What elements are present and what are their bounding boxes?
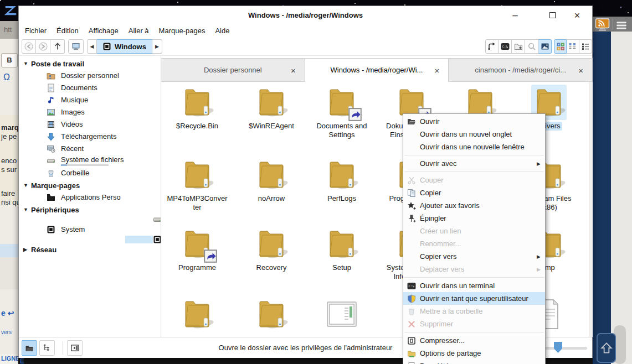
file-item[interactable]: Documents and Settings	[309, 85, 375, 139]
compact-view-button[interactable]	[567, 39, 579, 54]
sidebar-item[interactable]: Applications Perso	[19, 191, 161, 204]
close-button[interactable]: ×	[568, 6, 586, 25]
tab[interactable]: Dossier personnel ×	[161, 58, 305, 82]
sidebar-item[interactable]: Dossier personnel	[19, 70, 161, 82]
minimize-button[interactable]: –	[506, 6, 524, 25]
menubar-item[interactable]: Aller à	[124, 25, 154, 37]
search-button[interactable]	[525, 39, 538, 54]
file-item[interactable]: noArrow	[238, 157, 305, 203]
tab[interactable]: Windows - /media/roger/Wi... ×	[305, 58, 449, 82]
sidebar-item[interactable]: Récent	[19, 143, 161, 155]
rss-screen-icon[interactable]	[595, 18, 610, 32]
tab-close-icon[interactable]: ×	[435, 65, 440, 75]
context-menu-item[interactable]: Copier	[403, 186, 545, 199]
file-item[interactable]: Setup	[309, 226, 375, 272]
expander-icon[interactable]: ▶	[23, 247, 31, 252]
tab-close-icon[interactable]: ×	[578, 65, 583, 75]
file-item[interactable]	[164, 297, 230, 337]
zoom-slider[interactable]	[545, 347, 587, 350]
file-item[interactable]	[238, 297, 305, 337]
new-folder-button[interactable]	[512, 39, 525, 54]
computer-button[interactable]	[68, 39, 84, 54]
sidebar-section-header[interactable]: ▼ Marque-pages	[19, 179, 161, 191]
context-menu-item[interactable]: Ouvrir dans un nouvel onglet	[403, 128, 545, 141]
hamburger-menu-icon[interactable]	[616, 20, 627, 31]
context-menu-item[interactable]: Ajouter aux favoris	[403, 199, 545, 212]
context-menu-item[interactable]: Ouvrir en tant que superutilisateur	[403, 292, 545, 305]
context-menu-item[interactable]: Ouvrir dans une nouvelle fenêtre	[403, 141, 545, 153]
tab[interactable]: cinamoon - /media/roger/ci... ×	[449, 58, 593, 82]
file-item[interactable]: Programme	[164, 226, 230, 272]
bold-button[interactable]: B	[1, 53, 18, 67]
sidebar-item[interactable]: Vidéos	[19, 118, 161, 131]
sidebar-item[interactable]: Téléchargements	[19, 131, 161, 143]
file-item[interactable]: PerfLogs	[309, 157, 375, 203]
forward-button[interactable]	[36, 39, 50, 54]
context-menu-item[interactable]: Épingler	[403, 212, 545, 225]
context-menu-item[interactable]: Ouvrir	[403, 115, 545, 128]
context-menu-item[interactable]: Options de partage	[403, 347, 545, 360]
menubar-item[interactable]: Aide	[210, 25, 234, 37]
menubar-item[interactable]: Édition	[52, 25, 84, 37]
context-menu-item[interactable]: Propriétés	[403, 360, 545, 364]
sidebar-item[interactable]: System	[19, 223, 161, 236]
context-menu-item[interactable]: Mettre à la corbeille	[403, 305, 545, 318]
breadcrumb-left-arrow[interactable]: ◀	[87, 39, 97, 54]
sidebar-section-header[interactable]: ▼ Poste de travail	[19, 58, 161, 70]
maximize-button[interactable]	[543, 6, 561, 25]
expander-icon[interactable]: ▼	[23, 183, 31, 188]
toggle-sidebar-button[interactable]	[67, 340, 83, 356]
background-link-fragment[interactable]: vers	[1, 329, 12, 335]
context-menu-item-label: Ouvrir en tant que superutilisateur	[420, 294, 528, 303]
sidebar-item[interactable]: Système de fichiers	[19, 155, 161, 167]
context-menu-item[interactable]: Déplacer vers ▶	[403, 263, 545, 275]
jump-to-location-button[interactable]	[485, 39, 499, 54]
sidebar-item[interactable]: Corbeille	[19, 167, 161, 179]
menubar-item[interactable]: Affichage	[84, 25, 124, 37]
desktop-logo-icon[interactable]	[3, 3, 18, 18]
expander-icon[interactable]: ▼	[23, 61, 31, 66]
menubar-item[interactable]: Fichier	[20, 25, 52, 37]
show-thumbnails-button[interactable]	[538, 39, 552, 54]
icon-view-button[interactable]	[554, 39, 567, 54]
context-menu-item[interactable]: Renommer...	[403, 237, 545, 250]
context-menu-item[interactable]: Couper	[403, 174, 545, 186]
breadcrumb-windows[interactable]: Windows	[97, 39, 152, 54]
context-menu-item[interactable]: Ouvrir dans un terminal	[403, 279, 545, 292]
context-menu-item[interactable]: Supprimer	[403, 318, 545, 330]
sidebar-section-header[interactable]: ▶ Réseau	[19, 243, 161, 256]
open-terminal-button[interactable]	[499, 39, 512, 54]
sidebar-item[interactable]: cinamoon	[125, 216, 153, 223]
file-item[interactable]: MP4ToMP3Converter	[164, 157, 230, 212]
sidebar-item[interactable]: Windows	[125, 236, 153, 243]
sidebar-item[interactable]: Documents	[19, 82, 161, 94]
show-treeview-button[interactable]	[39, 340, 55, 356]
scroll-to-top-button[interactable]	[597, 333, 616, 363]
context-menu-item[interactable]: Compresser...	[403, 334, 545, 347]
up-button[interactable]	[50, 39, 65, 54]
background-link-fragment[interactable]: e ↩	[1, 309, 14, 318]
list-view-button[interactable]	[579, 39, 592, 54]
file-item[interactable]: $WinREAgent	[238, 85, 305, 131]
background-url-bar[interactable]: htt	[0, 21, 18, 39]
back-button[interactable]	[22, 39, 36, 54]
title-bar[interactable]: Windows - /media/roger/Windows – ×	[19, 6, 592, 25]
context-menu-item[interactable]: Copier vers ▶	[403, 250, 545, 263]
sidebar-section-header[interactable]: ▼ Périphériques	[19, 204, 161, 216]
file-item[interactable]: $Recycle.Bin	[164, 85, 230, 131]
file-pane-scrollbar[interactable]	[589, 82, 593, 337]
context-menu-item[interactable]: Ouvrir avec ▶	[403, 157, 545, 170]
expander-icon[interactable]: ▼	[23, 207, 31, 212]
sidebar-item[interactable]: Images	[19, 106, 161, 118]
sidebar-item[interactable]: Musique	[19, 94, 161, 106]
file-item[interactable]	[309, 297, 375, 337]
menubar-item[interactable]: Marque-pages	[154, 25, 210, 37]
tab-close-icon[interactable]: ×	[291, 65, 296, 75]
breadcrumb-right-arrow[interactable]: ▶	[152, 39, 162, 54]
show-places-button[interactable]	[22, 340, 37, 356]
omega-button[interactable]: Ω	[3, 72, 10, 82]
file-item[interactable]: Recovery	[238, 226, 305, 272]
context-menu-item-label: Mettre à la corbeille	[420, 307, 482, 315]
context-menu-item[interactable]: Créer un lien	[403, 225, 545, 237]
sidebar-item-label: Applications Perso	[61, 194, 121, 201]
